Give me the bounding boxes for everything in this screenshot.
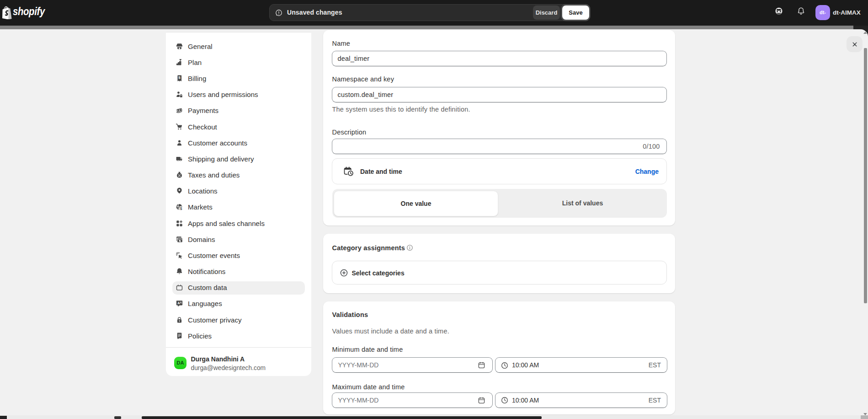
svg-text:A: A: [177, 301, 180, 305]
svg-text:$: $: [178, 75, 181, 80]
svg-text:$: $: [180, 206, 182, 211]
